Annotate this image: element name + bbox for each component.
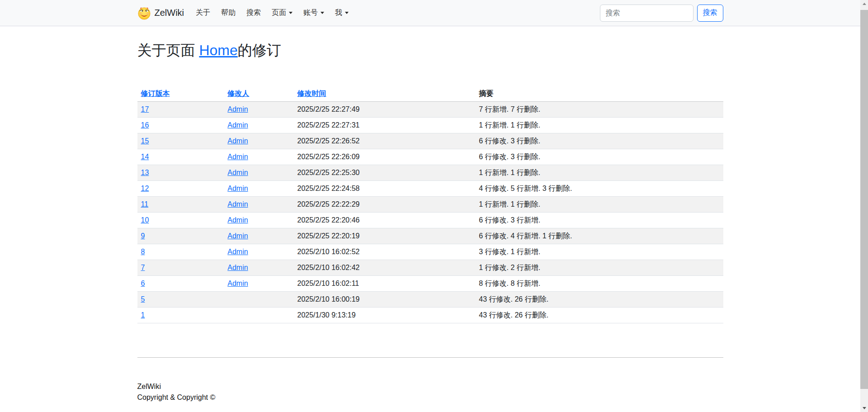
footer-copyright: Copyright & Copyright © [137,392,723,403]
revision-link[interactable]: 17 [141,105,149,113]
user-link[interactable]: Admin [227,216,248,224]
sort-by-revision-link[interactable]: 修订版本 [141,90,170,97]
dropdown-caret-icon [321,12,324,14]
user-cell [224,292,293,308]
revision-link[interactable]: 13 [141,169,149,176]
user-cell: Admin [224,244,293,260]
user-link[interactable]: Admin [227,121,248,129]
page-title-prefix: 关于页面 [137,42,199,58]
time-cell: 2025/2/25 22:20:46 [294,213,476,228]
user-cell: Admin [224,260,293,276]
user-cell: Admin [224,118,293,133]
revisions-table: 修订版本 修改人 修改时间 摘要 17Admin2025/2/25 22:27:… [137,86,723,323]
table-row: 7Admin2025/2/10 16:02:421 行修改. 2 行新增. [137,260,723,276]
summary-cell: 6 行修改. 3 行新增. [475,213,723,228]
revision-link[interactable]: 15 [141,137,149,145]
navbar-container: ZelWiki 关于帮助搜索页面账号我 搜索 [132,0,729,26]
summary-cell: 1 行新增. 1 行删除. [475,197,723,213]
revision-link[interactable]: 14 [141,153,149,161]
revision-link[interactable]: 16 [141,121,149,129]
revision-link[interactable]: 5 [141,295,145,303]
revision-link[interactable]: 10 [141,216,149,224]
user-link[interactable]: Admin [227,185,248,192]
scrollbar-up-button[interactable] [860,0,868,8]
scrollbar-down-button[interactable] [860,404,868,412]
user-link[interactable]: Admin [227,232,248,240]
search-button[interactable]: 搜索 [697,5,723,22]
user-link[interactable]: Admin [227,153,248,161]
time-cell: 2025/2/25 22:22:29 [294,197,476,213]
time-cell: 2025/2/25 22:27:31 [294,118,476,133]
revision-link[interactable]: 6 [141,279,145,287]
table-row: 52025/2/10 16:00:1943 行修改. 26 行删除. [137,292,723,308]
footer-divider [137,357,723,358]
page-title-suffix: 的修订 [238,42,281,58]
time-cell: 2025/2/25 22:26:52 [294,133,476,149]
time-cell: 2025/2/25 22:25:30 [294,165,476,181]
revisions-table-body: 17Admin2025/2/25 22:27:497 行新增. 7 行删除.16… [137,102,723,323]
nav-item-1[interactable]: 关于 [192,5,214,21]
nav-menu: 关于帮助搜索页面账号我 [192,5,356,21]
time-cell: 2025/2/25 22:20:19 [294,228,476,244]
time-cell: 2025/2/10 16:02:52 [294,244,476,260]
time-cell: 2025/2/25 22:26:09 [294,149,476,165]
nav-item-4[interactable]: 页面 [268,5,296,21]
table-row: 14Admin2025/2/25 22:26:096 行修改. 3 行删除. [137,149,723,165]
scrollbar[interactable] [860,0,868,412]
table-row: 6Admin2025/2/10 16:02:118 行修改. 8 行新增. [137,276,723,292]
user-cell: Admin [224,165,293,181]
user-cell: Admin [224,102,293,118]
nav-item-3[interactable]: 搜索 [243,5,264,21]
user-cell: Admin [224,149,293,165]
browser-viewport: ZelWiki 关于帮助搜索页面账号我 搜索 关于页面 Home的修订 修订版本… [0,0,860,412]
time-cell: 2025/1/30 9:13:19 [294,308,476,323]
summary-cell: 1 行修改. 2 行新增. [475,260,723,276]
nav-item-2[interactable]: 帮助 [217,5,239,21]
table-row: 8Admin2025/2/10 16:02:523 行修改. 1 行新增. [137,244,723,260]
revision-link[interactable]: 9 [141,232,145,240]
user-link[interactable]: Admin [227,105,248,113]
footer: ZelWiki Copyright & Copyright © [137,381,723,403]
summary-cell: 4 行修改. 5 行新增. 3 行删除. [475,181,723,197]
revision-link[interactable]: 1 [141,311,145,319]
revision-link[interactable]: 12 [141,185,149,192]
user-cell: Admin [224,133,293,149]
summary-cell: 3 行修改. 1 行新增. [475,244,723,260]
scrollbar-thumb[interactable] [860,10,868,389]
revision-link[interactable]: 8 [141,248,145,256]
page-title: 关于页面 Home的修订 [137,42,723,59]
user-cell: Admin [224,213,293,228]
user-cell: Admin [224,197,293,213]
user-link[interactable]: Admin [227,279,248,287]
brand-name: ZelWiki [155,8,184,18]
home-page-link[interactable]: Home [199,42,237,58]
nav-item-5[interactable]: 账号 [300,5,328,21]
nav-item-6[interactable]: 我 [331,5,352,21]
user-link[interactable]: Admin [227,169,248,176]
search-input[interactable] [600,5,693,22]
main-content: 关于页面 Home的修订 修订版本 修改人 修改时间 摘要 17Admin202… [132,42,729,403]
user-link[interactable]: Admin [227,137,248,145]
wiki-logo-icon [137,6,151,20]
user-link[interactable]: Admin [227,264,248,271]
scroll-down-arrow-icon [863,407,866,409]
time-cell: 2025/2/10 16:00:19 [294,292,476,308]
navbar: ZelWiki 关于帮助搜索页面账号我 搜索 [0,0,860,26]
user-link[interactable]: Admin [227,248,248,256]
time-cell: 2025/2/10 16:02:42 [294,260,476,276]
sort-by-time-link[interactable]: 修改时间 [297,90,326,97]
table-row: 15Admin2025/2/25 22:26:526 行修改. 3 行删除. [137,133,723,149]
user-link[interactable]: Admin [227,200,248,208]
revision-link[interactable]: 11 [141,200,149,208]
table-row: 16Admin2025/2/25 22:27:311 行新增. 1 行删除. [137,118,723,133]
revision-link[interactable]: 7 [141,264,145,271]
brand-link[interactable]: ZelWiki [137,6,184,20]
sort-by-user-link[interactable]: 修改人 [227,90,249,97]
summary-column-header: 摘要 [479,90,493,97]
navbar-search-form: 搜索 [600,5,723,22]
revisions-table-header: 修订版本 修改人 修改时间 摘要 [137,86,723,102]
summary-cell: 1 行新增. 1 行删除. [475,118,723,133]
summary-cell: 43 行修改. 26 行删除. [475,308,723,323]
table-row: 17Admin2025/2/25 22:27:497 行新增. 7 行删除. [137,102,723,118]
time-cell: 2025/2/25 22:27:49 [294,102,476,118]
